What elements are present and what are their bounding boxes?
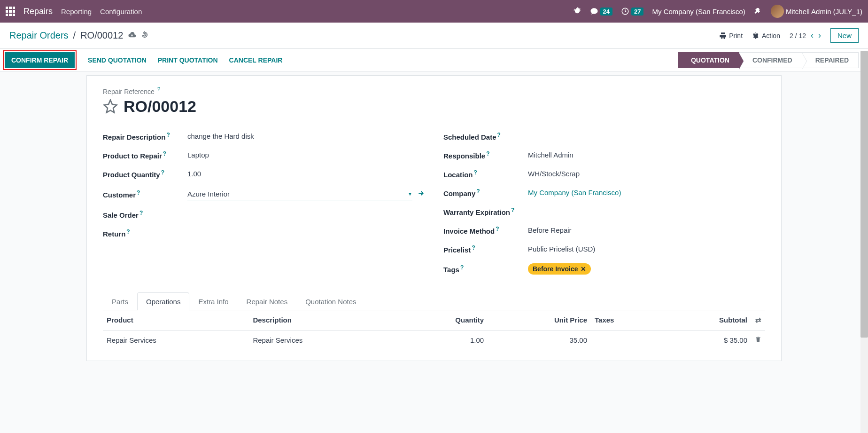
company-value[interactable]: My Company (San Francisco) [528,189,765,197]
operations-table: Product Description Quantity Unit Price … [103,310,765,350]
company-label: Company [443,189,475,197]
status-confirmed[interactable]: CONFIRMED [739,52,802,68]
col-quantity[interactable]: Quantity [395,310,488,331]
tags-label: Tags [443,266,459,274]
pager-text[interactable]: 2 / 12 [790,32,806,39]
col-description[interactable]: Description [249,310,395,331]
messages-button[interactable]: 24 [590,7,612,16]
cell-unit-price: 35.00 [488,330,591,350]
help-icon[interactable]: ? [140,210,143,216]
col-product[interactable]: Product [103,310,249,331]
col-unit-price[interactable]: Unit Price [488,310,591,331]
menu-configuration[interactable]: Configuration [100,8,142,16]
cell-product: Repair Services [103,330,249,350]
breadcrumb: Repair Orders / RO/00012 [9,30,148,41]
responsible-value[interactable]: Mitchell Admin [528,151,765,159]
confirm-repair-button[interactable]: CONFIRM REPAIR [5,52,75,68]
breadcrumb-sep: / [73,30,76,41]
trash-icon[interactable] [755,336,761,344]
sale-order-label: Sale Order [103,211,139,219]
record-title: RO/00012 [124,97,196,116]
user-menu[interactable]: Mitchell Admin (JULY_1) [771,5,862,18]
company-selector[interactable]: My Company (San Francisco) [652,8,745,16]
tab-repair-notes[interactable]: Repair Notes [238,292,297,310]
help-icon[interactable]: ? [496,226,499,232]
product-to-repair-value[interactable]: Laptop [187,151,425,159]
activities-badge: 27 [631,8,643,16]
help-icon[interactable]: ? [511,207,514,213]
cell-description: Repair Services [249,330,395,350]
avatar [771,5,784,18]
expand-columns-icon[interactable]: ⇄ [755,316,761,324]
activities-button[interactable]: 27 [621,7,643,16]
help-icon[interactable]: ? [460,264,464,271]
product-quantity-label: Product Quantity [103,171,160,179]
tag-before-invoice[interactable]: Before Invoice ✕ [528,263,591,275]
apps-icon[interactable] [6,7,15,16]
status-quotation[interactable]: QUOTATION [678,52,739,68]
tab-extra-info[interactable]: Extra Info [189,292,237,310]
user-name: Mitchell Admin (JULY_1) [786,8,862,16]
bug-icon[interactable] [573,7,581,16]
help-icon[interactable]: ? [474,169,477,176]
external-link-icon[interactable] [417,189,425,198]
help-icon[interactable]: ? [126,228,130,235]
help-icon[interactable]: ? [163,150,166,157]
chevron-down-icon: ▼ [408,191,412,197]
help-icon[interactable]: ? [472,244,475,251]
col-subtotal[interactable]: Subtotal [660,310,751,331]
help-icon[interactable]: ? [486,150,489,157]
cancel-repair-button[interactable]: CANCEL REPAIR [229,56,283,64]
breadcrumb-current: RO/00012 [80,30,123,41]
pager-prev-icon[interactable]: ‹ [811,31,814,40]
responsible-label: Responsible [443,152,485,160]
new-button[interactable]: New [830,28,859,43]
tab-parts[interactable]: Parts [103,292,137,310]
print-quotation-button[interactable]: PRINT QUOTATION [158,56,218,64]
tools-icon[interactable] [754,7,762,16]
status-repaired[interactable]: REPAIRED [802,52,859,68]
location-value[interactable]: WH/Stock/Scrap [528,170,765,178]
repair-description-value[interactable]: change the Hard disk [187,132,425,140]
customer-input[interactable]: Azure Interior ▼ [187,188,412,200]
tab-operations[interactable]: Operations [137,292,189,310]
help-icon[interactable]: ? [476,188,480,195]
tab-quotation-notes[interactable]: Quotation Notes [296,292,365,310]
col-taxes[interactable]: Taxes [591,310,660,331]
breadcrumb-root[interactable]: Repair Orders [9,30,69,41]
scrollbar[interactable] [860,51,868,431]
confirm-highlight: CONFIRM REPAIR [3,50,77,70]
invoice-method-value[interactable]: Before Repair [528,226,765,234]
pricelist-value[interactable]: Public Pricelist (USD) [528,245,765,253]
help-icon[interactable]: ? [166,132,170,138]
product-quantity-value[interactable]: 1.00 [187,170,425,178]
cell-taxes [591,330,660,350]
star-icon[interactable] [103,99,118,114]
pager-next-icon[interactable]: › [818,31,821,40]
pager: 2 / 12 ‹ › [790,31,821,40]
table-row[interactable]: Repair Services Repair Services 1.00 35.… [103,330,765,350]
warranty-expiration-label: Warranty Expiration [443,208,510,216]
menu-reporting[interactable]: Reporting [61,8,92,16]
action-button[interactable]: Action [752,32,780,39]
send-quotation-button[interactable]: SEND QUOTATION [88,56,147,64]
print-button[interactable]: Print [719,32,743,39]
app-brand[interactable]: Repairs [23,7,53,16]
tabs: Parts Operations Extra Info Repair Notes… [103,292,765,310]
control-bar: Repair Orders / RO/00012 Print Action 2 … [0,23,868,49]
cell-quantity: 1.00 [395,330,488,350]
customer-label: Customer [103,191,136,199]
help-icon[interactable]: ? [137,189,140,196]
help-icon[interactable]: ? [157,86,161,93]
discard-icon[interactable] [141,31,148,40]
pricelist-label: Pricelist [443,246,471,254]
save-cloud-icon[interactable] [128,31,136,41]
scrollbar-thumb[interactable] [860,51,868,338]
action-bar: CONFIRM REPAIR SEND QUOTATION PRINT QUOT… [0,49,868,71]
form-sheet: Repair Reference ? RO/00012 Repair Descr… [86,75,782,361]
tag-remove-icon[interactable]: ✕ [581,265,586,273]
help-icon[interactable]: ? [161,169,164,176]
location-label: Location [443,171,473,179]
repair-reference-label: Repair Reference [103,88,155,95]
help-icon[interactable]: ? [497,132,501,138]
